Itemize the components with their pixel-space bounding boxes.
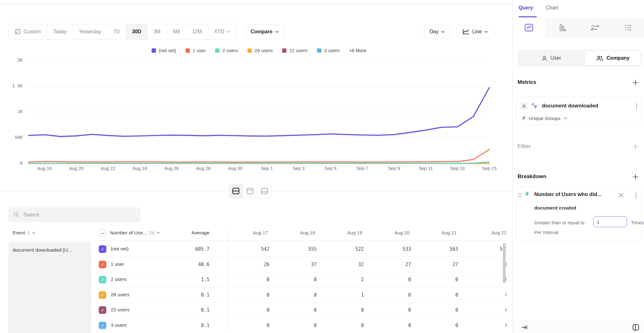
times-value-input[interactable]: [593, 216, 627, 227]
breakdown-event[interactable]: document created: [534, 205, 576, 211]
table-row[interactable]: ✓(not set)605.7542555522533563533: [94, 242, 506, 257]
search-input[interactable]: [23, 212, 135, 218]
event-list-item[interactable]: document downloaded [U...: [13, 247, 88, 253]
event-column-header[interactable]: Event 1: [13, 230, 35, 236]
metric-name[interactable]: document downloaded: [542, 103, 598, 109]
range-custom[interactable]: Custom: [8, 24, 47, 39]
scope-company-option[interactable]: Company: [585, 51, 641, 65]
close-icon[interactable]: [619, 193, 624, 198]
granularity-button[interactable]: Day: [424, 25, 450, 38]
date-column-header[interactable]: Aug 20: [378, 230, 425, 235]
range-6m[interactable]: 6M: [167, 24, 186, 39]
series-1-user[interactable]: [29, 150, 489, 162]
filter-heading: Filter: [518, 143, 531, 150]
chart-type-button[interactable]: Line: [457, 25, 494, 38]
aggregation-selector[interactable]: # Unique Groups: [522, 115, 567, 121]
add-breakdown-button[interactable]: [632, 173, 639, 180]
legend-swatch: [186, 48, 190, 53]
range-3m[interactable]: 3M: [147, 24, 167, 39]
legend-item-28-users[interactable]: 28 users: [247, 48, 273, 53]
chart-type-bar-tab[interactable]: [545, 18, 578, 37]
breakdown-condition[interactable]: Greater than or equal to: [534, 218, 584, 228]
range-today[interactable]: Today: [47, 24, 73, 39]
row-value: 0: [417, 323, 458, 328]
range-yesterday[interactable]: Yesterday: [73, 24, 108, 39]
layout-chart-only-button[interactable]: [243, 184, 257, 198]
row-value: 0: [229, 307, 269, 313]
range-12m[interactable]: 12M: [186, 24, 208, 39]
plus-icon: [632, 79, 639, 86]
drag-handle-icon[interactable]: [518, 193, 522, 197]
layout-table-only-button[interactable]: [257, 184, 271, 198]
date-column-header[interactable]: Aug 18: [284, 230, 331, 235]
row-value: 0: [370, 307, 411, 313]
active-tab-underline: [519, 16, 537, 17]
table-row[interactable]: ✓3 users0.1000000: [94, 318, 506, 333]
metric-menu-button[interactable]: [635, 102, 639, 110]
breakdown-card[interactable]: # Number of Users who did... document cr…: [516, 186, 642, 242]
collapse-panel-icon[interactable]: [521, 325, 528, 330]
compare-button[interactable]: Compare: [245, 25, 284, 39]
plus-icon: [632, 143, 639, 150]
legend-item-1-user[interactable]: 1 user: [186, 48, 206, 53]
metric-card[interactable]: A document downloaded # Unique Groups: [516, 97, 642, 125]
row-checkbox[interactable]: ✓: [99, 276, 106, 283]
row-value: 563: [417, 246, 458, 252]
line-chart-tab-icon: [525, 24, 533, 32]
date-column-header[interactable]: Aug 19: [331, 230, 378, 235]
legend-more-button[interactable]: +6 More: [349, 48, 366, 53]
event-list-panel[interactable]: document downloaded [U...: [8, 242, 91, 333]
range-xtd[interactable]: XTD: [208, 24, 236, 39]
breakdown-menu-button[interactable]: [634, 191, 638, 199]
legend-item-2-users[interactable]: 2 users: [215, 48, 238, 53]
chart-type-line-tab[interactable]: [513, 18, 545, 37]
average-column-header[interactable]: Average: [170, 230, 209, 236]
date-column-header[interactable]: Aug 22: [475, 230, 506, 235]
legend-item-22-users[interactable]: 22 users: [282, 48, 308, 53]
scope-user-option[interactable]: User: [518, 50, 585, 67]
row-checkbox[interactable]: ✓: [99, 291, 106, 299]
row-value: 0: [276, 292, 317, 298]
range-7d[interactable]: 7D: [107, 24, 126, 39]
row-checkbox[interactable]: ✓: [99, 306, 106, 314]
row-value: 27: [370, 262, 411, 267]
per-interval-label[interactable]: Per Interval: [534, 230, 558, 235]
x-tick-label: Sep 9: [380, 166, 408, 171]
chart-type-flow-tab[interactable]: [578, 18, 611, 37]
date-column-header[interactable]: Aug 21: [425, 230, 473, 235]
tab-query[interactable]: Query: [519, 5, 533, 11]
toggle-sidebar-icon[interactable]: [632, 324, 639, 331]
table-scrollbar[interactable]: [503, 243, 506, 283]
tab-chart[interactable]: Chart: [546, 5, 558, 11]
layout-split-icon: [232, 188, 240, 194]
table-row[interactable]: ✓28 users0.1001000: [94, 287, 506, 303]
range-30d[interactable]: 30D: [126, 24, 147, 39]
row-checkbox[interactable]: ✓: [99, 261, 106, 268]
row-checkbox[interactable]: ✓: [99, 245, 106, 253]
legend-item--not-set-[interactable]: (not set): [152, 48, 176, 53]
legend-item-3-users[interactable]: 3 users: [317, 48, 340, 53]
hash-prefix: #: [522, 115, 525, 121]
x-tick-label: Aug 20: [62, 166, 91, 171]
legend-label: (not set): [159, 48, 176, 53]
add-filter-button[interactable]: [632, 143, 639, 150]
add-metric-button[interactable]: [632, 79, 639, 86]
table-row[interactable]: ✓2 users1.5002000: [94, 272, 506, 287]
search-box[interactable]: [8, 207, 141, 222]
chart-type-grid-tab[interactable]: [611, 18, 644, 37]
row-value: 28: [467, 262, 506, 267]
table-row[interactable]: ✓1 user40.6263732272728: [94, 257, 506, 272]
select-all-checkbox[interactable]: [99, 230, 106, 237]
range-label: 6M: [173, 29, 180, 35]
row-checkbox[interactable]: ✓: [99, 322, 106, 329]
line-chart[interactable]: [0, 57, 512, 170]
row-value: 26: [229, 262, 269, 267]
date-column-header[interactable]: Aug 17: [237, 230, 284, 235]
series--not-set-[interactable]: [29, 88, 489, 137]
breakdown-title[interactable]: Number of Users who did...: [534, 191, 602, 197]
table-row[interactable]: ✓22 users0.1000000: [94, 303, 506, 318]
range-label: 30D: [132, 29, 141, 35]
group-column-header[interactable]: Number of Use... 24: [110, 230, 160, 236]
layout-split-button[interactable]: [229, 184, 243, 198]
indeterminate-dash: [101, 233, 104, 234]
